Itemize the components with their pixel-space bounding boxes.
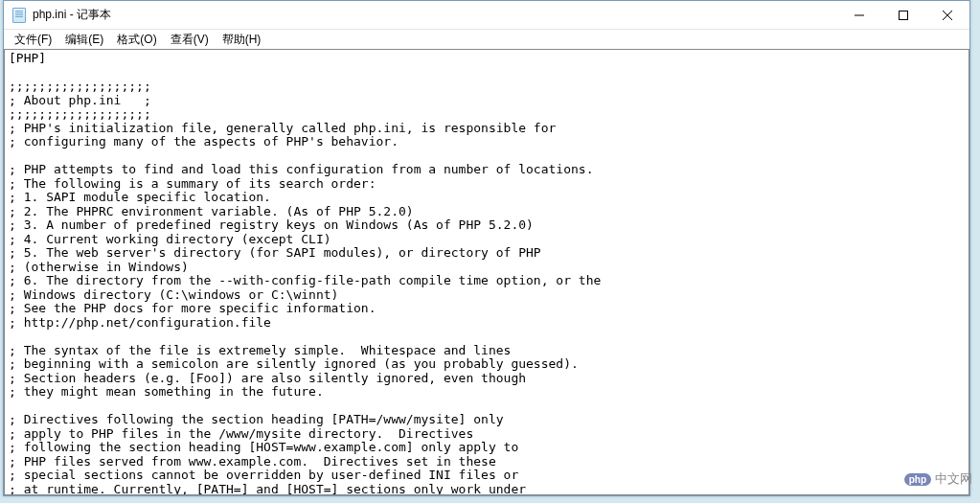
notepad-window: php.ini - 记事本 文件(F) 编辑(E) 格式(O) 查看(V) 帮助…	[3, 0, 970, 496]
menu-file[interactable]: 文件(F)	[8, 31, 58, 49]
close-icon	[943, 11, 952, 20]
maximize-icon	[899, 11, 908, 20]
close-button[interactable]	[925, 1, 969, 29]
text-editor[interactable]: [PHP] ;;;;;;;;;;;;;;;;;;; ; About php.in…	[5, 50, 969, 494]
menubar: 文件(F) 编辑(E) 格式(O) 查看(V) 帮助(H)	[4, 30, 969, 49]
menu-help[interactable]: 帮助(H)	[216, 31, 268, 49]
app-icon	[11, 8, 27, 23]
svg-rect-1	[900, 11, 908, 19]
menu-format[interactable]: 格式(O)	[110, 31, 163, 49]
window-controls	[837, 1, 969, 29]
maximize-button[interactable]	[881, 1, 925, 29]
content-area: [PHP] ;;;;;;;;;;;;;;;;;;; ; About php.in…	[4, 49, 969, 495]
menu-view[interactable]: 查看(V)	[164, 31, 216, 49]
minimize-icon	[855, 11, 864, 20]
minimize-button[interactable]	[837, 1, 881, 29]
window-title: php.ini - 记事本	[33, 7, 837, 23]
notepad-icon	[12, 8, 26, 23]
titlebar[interactable]: php.ini - 记事本	[4, 1, 969, 30]
menu-edit[interactable]: 编辑(E)	[58, 31, 110, 49]
